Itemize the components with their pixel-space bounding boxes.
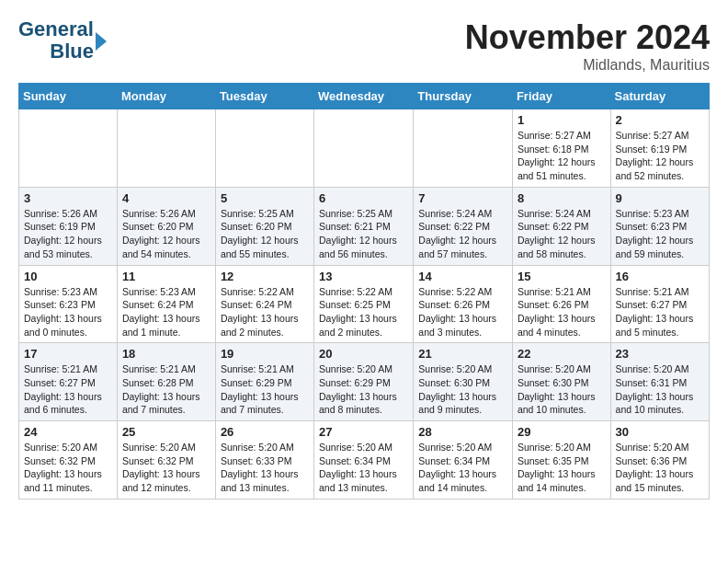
- day-info: Sunrise: 5:20 AMSunset: 6:36 PMDaylight:…: [616, 441, 704, 495]
- day-info: Sunrise: 5:23 AMSunset: 6:23 PMDaylight:…: [24, 285, 112, 339]
- title-block: November 2024 Midlands, Mauritius: [465, 18, 710, 74]
- day-info: Sunrise: 5:20 AMSunset: 6:30 PMDaylight:…: [418, 362, 507, 417]
- day-number: 8: [518, 191, 606, 205]
- day-info: Sunrise: 5:27 AMSunset: 6:18 PMDaylight:…: [518, 129, 606, 183]
- day-number: 22: [518, 347, 606, 361]
- month-title: November 2024: [465, 18, 710, 57]
- day-info: Sunrise: 5:20 AMSunset: 6:34 PMDaylight:…: [319, 441, 408, 495]
- calendar-body: 1Sunrise: 5:27 AMSunset: 6:18 PMDaylight…: [19, 109, 710, 500]
- calendar-cell: 7Sunrise: 5:24 AMSunset: 6:22 PMDaylight…: [414, 187, 513, 265]
- calendar-cell: 22Sunrise: 5:20 AMSunset: 6:30 PMDayligh…: [512, 343, 610, 421]
- weekday-header-sunday: Sunday: [19, 84, 118, 109]
- calendar-cell: [314, 109, 414, 188]
- calendar-cell: 28Sunrise: 5:20 AMSunset: 6:34 PMDayligh…: [414, 421, 513, 500]
- day-number: 4: [122, 191, 210, 205]
- calendar-cell: 16Sunrise: 5:21 AMSunset: 6:27 PMDayligh…: [610, 265, 709, 343]
- day-info: Sunrise: 5:21 AMSunset: 6:26 PMDaylight:…: [518, 285, 606, 339]
- day-number: 6: [319, 191, 408, 205]
- calendar-week-row: 1Sunrise: 5:27 AMSunset: 6:18 PMDaylight…: [19, 109, 710, 188]
- day-number: 29: [518, 425, 606, 439]
- day-number: 21: [418, 347, 507, 361]
- day-number: 11: [122, 270, 210, 283]
- day-info: Sunrise: 5:25 AMSunset: 6:21 PMDaylight:…: [319, 207, 408, 261]
- calendar-cell: 19Sunrise: 5:21 AMSunset: 6:29 PMDayligh…: [215, 343, 313, 421]
- day-number: 26: [221, 425, 309, 439]
- day-number: 12: [221, 270, 309, 283]
- calendar-cell: 8Sunrise: 5:24 AMSunset: 6:22 PMDaylight…: [512, 187, 610, 265]
- day-number: 2: [616, 113, 704, 127]
- day-info: Sunrise: 5:26 AMSunset: 6:19 PMDaylight:…: [24, 207, 112, 261]
- day-info: Sunrise: 5:22 AMSunset: 6:25 PMDaylight:…: [319, 285, 408, 339]
- calendar-cell: 23Sunrise: 5:20 AMSunset: 6:31 PMDayligh…: [610, 343, 709, 421]
- calendar-cell: 26Sunrise: 5:20 AMSunset: 6:33 PMDayligh…: [215, 421, 313, 500]
- day-info: Sunrise: 5:23 AMSunset: 6:23 PMDaylight:…: [616, 207, 704, 261]
- calendar-cell: 14Sunrise: 5:22 AMSunset: 6:26 PMDayligh…: [414, 265, 513, 343]
- day-number: 15: [518, 270, 606, 283]
- day-info: Sunrise: 5:21 AMSunset: 6:28 PMDaylight:…: [122, 362, 210, 417]
- day-info: Sunrise: 5:22 AMSunset: 6:24 PMDaylight:…: [221, 285, 309, 339]
- calendar-week-row: 3Sunrise: 5:26 AMSunset: 6:19 PMDaylight…: [19, 187, 710, 265]
- calendar-cell: 9Sunrise: 5:23 AMSunset: 6:23 PMDaylight…: [610, 187, 709, 265]
- weekday-header-friday: Friday: [512, 84, 610, 109]
- calendar-cell: 12Sunrise: 5:22 AMSunset: 6:24 PMDayligh…: [215, 265, 313, 343]
- calendar-cell: 1Sunrise: 5:27 AMSunset: 6:18 PMDaylight…: [512, 109, 610, 188]
- day-info: Sunrise: 5:24 AMSunset: 6:22 PMDaylight:…: [418, 207, 507, 261]
- logo-arrow-icon: [96, 32, 107, 51]
- calendar-cell: 13Sunrise: 5:22 AMSunset: 6:25 PMDayligh…: [314, 265, 414, 343]
- calendar-cell: 20Sunrise: 5:20 AMSunset: 6:29 PMDayligh…: [314, 343, 414, 421]
- day-info: Sunrise: 5:20 AMSunset: 6:35 PMDaylight:…: [518, 441, 606, 495]
- day-info: Sunrise: 5:20 AMSunset: 6:34 PMDaylight:…: [418, 441, 507, 495]
- day-number: 7: [418, 191, 507, 205]
- day-info: Sunrise: 5:20 AMSunset: 6:30 PMDaylight:…: [518, 362, 606, 417]
- day-number: 28: [418, 425, 507, 439]
- day-info: Sunrise: 5:20 AMSunset: 6:32 PMDaylight:…: [24, 441, 112, 495]
- calendar-cell: [117, 109, 215, 188]
- day-number: 3: [24, 191, 112, 205]
- day-info: Sunrise: 5:20 AMSunset: 6:31 PMDaylight:…: [616, 362, 704, 417]
- calendar-cell: 27Sunrise: 5:20 AMSunset: 6:34 PMDayligh…: [314, 421, 414, 500]
- day-info: Sunrise: 5:21 AMSunset: 6:29 PMDaylight:…: [221, 362, 309, 417]
- day-number: 14: [418, 270, 507, 283]
- day-number: 5: [221, 191, 309, 205]
- calendar-cell: 18Sunrise: 5:21 AMSunset: 6:28 PMDayligh…: [117, 343, 215, 421]
- day-number: 1: [518, 113, 606, 127]
- day-info: Sunrise: 5:21 AMSunset: 6:27 PMDaylight:…: [24, 362, 112, 417]
- page-header: General Blue November 2024 Midlands, Mau…: [18, 18, 710, 74]
- day-number: 17: [24, 347, 112, 361]
- weekday-header-tuesday: Tuesday: [215, 84, 313, 109]
- day-info: Sunrise: 5:20 AMSunset: 6:29 PMDaylight:…: [319, 362, 408, 417]
- weekday-header-thursday: Thursday: [414, 84, 513, 109]
- day-number: 13: [319, 270, 408, 283]
- day-number: 10: [24, 270, 112, 283]
- calendar-week-row: 10Sunrise: 5:23 AMSunset: 6:23 PMDayligh…: [19, 265, 710, 343]
- calendar-cell: 10Sunrise: 5:23 AMSunset: 6:23 PMDayligh…: [19, 265, 118, 343]
- day-number: 20: [319, 347, 408, 361]
- day-number: 24: [24, 425, 112, 439]
- weekday-header-wednesday: Wednesday: [314, 84, 414, 109]
- day-number: 23: [616, 347, 704, 361]
- day-info: Sunrise: 5:21 AMSunset: 6:27 PMDaylight:…: [616, 285, 704, 339]
- calendar-cell: [414, 109, 513, 188]
- weekday-header-saturday: Saturday: [610, 84, 709, 109]
- logo: General Blue: [18, 18, 107, 63]
- day-info: Sunrise: 5:22 AMSunset: 6:26 PMDaylight:…: [418, 285, 507, 339]
- day-number: 18: [122, 347, 210, 361]
- day-number: 19: [221, 347, 309, 361]
- calendar-header: SundayMondayTuesdayWednesdayThursdayFrid…: [19, 84, 710, 109]
- day-info: Sunrise: 5:24 AMSunset: 6:22 PMDaylight:…: [518, 207, 606, 261]
- calendar-week-row: 17Sunrise: 5:21 AMSunset: 6:27 PMDayligh…: [19, 343, 710, 421]
- day-number: 9: [616, 191, 704, 205]
- weekday-header-monday: Monday: [117, 84, 215, 109]
- calendar-cell: 17Sunrise: 5:21 AMSunset: 6:27 PMDayligh…: [19, 343, 118, 421]
- logo-text-general: General: [18, 17, 94, 40]
- day-number: 16: [616, 270, 704, 283]
- day-info: Sunrise: 5:26 AMSunset: 6:20 PMDaylight:…: [122, 207, 210, 261]
- day-number: 30: [616, 425, 704, 439]
- day-info: Sunrise: 5:20 AMSunset: 6:32 PMDaylight:…: [122, 441, 210, 495]
- calendar-cell: [19, 109, 118, 188]
- calendar-cell: 4Sunrise: 5:26 AMSunset: 6:20 PMDaylight…: [117, 187, 215, 265]
- calendar-cell: 24Sunrise: 5:20 AMSunset: 6:32 PMDayligh…: [19, 421, 118, 500]
- calendar-cell: 11Sunrise: 5:23 AMSunset: 6:24 PMDayligh…: [117, 265, 215, 343]
- calendar-table: SundayMondayTuesdayWednesdayThursdayFrid…: [18, 83, 710, 500]
- calendar-cell: 30Sunrise: 5:20 AMSunset: 6:36 PMDayligh…: [610, 421, 709, 500]
